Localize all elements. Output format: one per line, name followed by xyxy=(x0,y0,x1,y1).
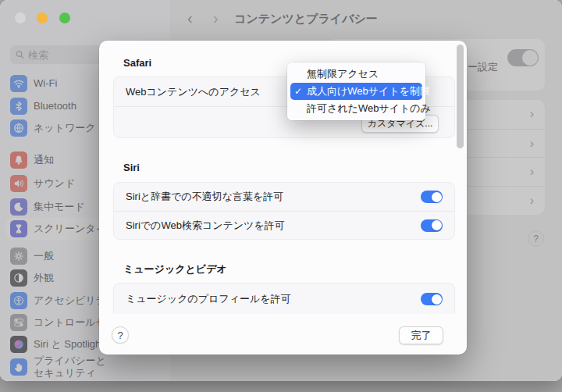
toggle-knob xyxy=(432,294,442,305)
toggle-knob xyxy=(432,192,442,202)
siri-web-search-row: SiriでのWeb検索コンテンツを許可 xyxy=(114,211,454,239)
siri-explicit-language-toggle[interactable] xyxy=(421,191,443,203)
screen: Wi-Fi Bluetooth ネットワーク 通知 サウンド 集中モード xyxy=(0,0,562,392)
music-card: ミュージックのプロフィールを許可 xyxy=(113,283,455,314)
done-button[interactable]: 完了 xyxy=(399,326,443,344)
section-header-siri: Siri xyxy=(123,162,140,173)
close-button[interactable] xyxy=(15,12,26,23)
help-button[interactable]: ? xyxy=(112,326,129,344)
menu-item-allowed-websites-only[interactable]: 許可されたWebサイトのみ xyxy=(290,100,422,117)
checkmark-icon: ✓ xyxy=(294,83,302,100)
zoom-button[interactable] xyxy=(59,12,70,23)
siri-web-search-toggle[interactable] xyxy=(421,219,443,232)
siri-card: Siriと辞書での不適切な言葉を許可 SiriでのWeb検索コンテンツを許可 xyxy=(113,182,455,240)
row-label: ミュージックのプロフィールを許可 xyxy=(126,292,421,306)
modal-scrollbar[interactable] xyxy=(457,45,464,148)
row-label: Webコンテンツへのアクセス xyxy=(126,85,261,99)
siri-explicit-language-row: Siriと辞書での不適切な言葉を許可 xyxy=(114,183,454,211)
row-label: Siriと辞書での不適切な言葉を許可 xyxy=(126,190,421,204)
menu-item-label: 成人向けWebサイトを制限 xyxy=(307,85,430,97)
web-content-access-menu: 無制限アクセス ✓成人向けWebサイトを制限 許可されたWebサイトのみ xyxy=(287,62,425,120)
minimize-button[interactable] xyxy=(37,12,48,23)
music-profile-toggle[interactable] xyxy=(421,293,443,305)
menu-item-unrestricted[interactable]: 無制限アクセス xyxy=(290,66,422,83)
music-profile-row: ミュージックのプロフィールを許可 xyxy=(114,283,454,314)
menu-item-limit-adult-websites[interactable]: ✓成人向けWebサイトを制限 xyxy=(290,83,422,100)
section-header-safari: Safari xyxy=(123,57,151,69)
toggle-knob xyxy=(432,220,442,230)
row-label: SiriでのWeb検索コンテンツを許可 xyxy=(126,219,421,233)
section-header-music-video: ミュージックとビデオ xyxy=(123,262,227,276)
